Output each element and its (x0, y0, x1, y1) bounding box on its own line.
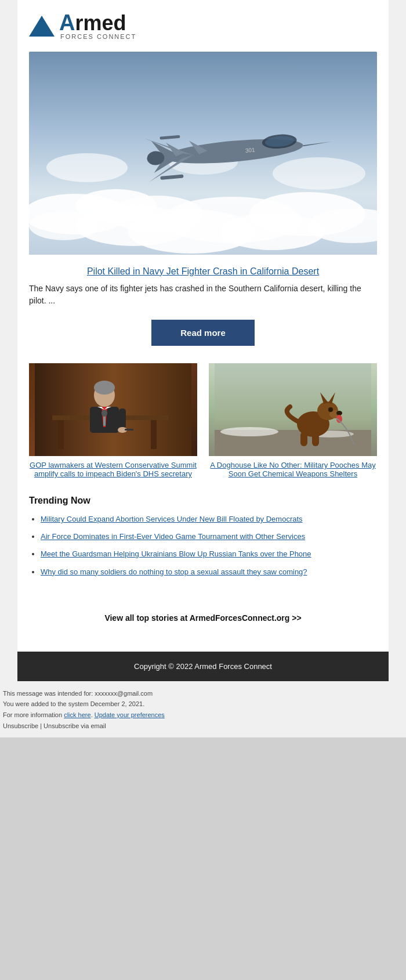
list-item: Why did so many soldiers do nothing to s… (41, 567, 377, 577)
col-right-link[interactable]: A Doghouse Like No Other: Military Pooch… (209, 461, 377, 478)
logo-rmed: rmed (75, 13, 126, 34)
disclaimer-line4: Unsubscribe | Unsubscribe via email (3, 721, 403, 732)
svg-rect-57 (300, 432, 307, 446)
svg-marker-0 (29, 16, 55, 37)
hero-image: 301 (29, 52, 377, 255)
article-title: Pilot Killed in Navy Jet Fighter Crash i… (17, 261, 389, 280)
logo: A rmed FORCES CONNECT (29, 12, 377, 40)
svg-point-13 (273, 157, 365, 190)
svg-point-41 (102, 410, 107, 417)
view-all-link[interactable]: View all top stories at ArmedForcesConne… (104, 613, 301, 623)
trending-section: Trending Now Military Could Expand Abort… (17, 490, 389, 596)
article-title-link[interactable]: Pilot Killed in Navy Jet Fighter Crash i… (87, 266, 319, 276)
disclaimer: This message was intended for: xxxxxxx@g… (0, 681, 406, 737)
svg-rect-42 (119, 408, 126, 429)
col-right: A Doghouse Like No Other: Military Pooch… (203, 363, 377, 478)
copyright-text: Copyright © 2022 Armed Forces Connect (134, 662, 272, 671)
article-excerpt: The Navy says one of its fighter jets ha… (17, 280, 389, 314)
list-item: Military Could Expand Abortion Services … (41, 514, 377, 525)
read-more-button[interactable]: Read more (151, 320, 255, 346)
svg-rect-58 (312, 433, 319, 446)
col-right-image (209, 363, 377, 456)
update-prefs-link[interactable]: Update your preferences (95, 711, 165, 718)
trending-heading: Trending Now (29, 496, 377, 506)
list-item: Meet the Guardsman Helping Ukrainians Bl… (41, 549, 377, 559)
svg-point-47 (220, 427, 278, 436)
svg-rect-33 (151, 420, 157, 449)
svg-point-35 (94, 381, 115, 395)
trending-link-4[interactable]: Why did so many soldiers do nothing to s… (41, 567, 307, 576)
hero-svg: 301 (29, 52, 377, 255)
hero-image-wrapper: 301 (17, 46, 389, 261)
footer-bar: Copyright © 2022 Armed Forces Connect (17, 652, 389, 681)
svg-point-55 (328, 407, 333, 412)
read-more-wrapper: Read more (17, 314, 389, 363)
col-left-link[interactable]: GOP lawmakers at Western Conservative Su… (29, 461, 197, 478)
col-left: GOP lawmakers at Western Conservative Su… (29, 363, 203, 478)
trending-list: Military Could Expand Abortion Services … (29, 514, 377, 577)
col-left-title: GOP lawmakers at Western Conservative Su… (29, 461, 197, 478)
disclaimer-line1: This message was intended for: xxxxxxx@g… (3, 688, 403, 699)
svg-text:301: 301 (245, 147, 255, 154)
svg-point-54 (336, 411, 342, 415)
svg-point-11 (128, 209, 255, 254)
trending-link-3[interactable]: Meet the Guardsman Helping Ukrainians Bl… (41, 549, 311, 558)
svg-point-12 (46, 153, 128, 182)
col-left-svg (29, 363, 197, 456)
view-all-section: View all top stories at ArmedForcesConne… (17, 596, 389, 652)
two-column-section: GOP lawmakers at Western Conservative Su… (17, 363, 389, 490)
disclaimer-line2: You were added to the system December 2,… (3, 699, 403, 710)
logo-triangle-icon (29, 13, 55, 39)
click-here-link[interactable]: click here (64, 711, 90, 718)
svg-rect-32 (58, 420, 64, 449)
logo-a: A (59, 12, 75, 34)
svg-rect-44 (125, 429, 133, 431)
col-right-svg (209, 363, 377, 456)
list-item: Air Force Dominates in First-Ever Video … (41, 531, 377, 542)
col-left-image (29, 363, 197, 456)
logo-icon (29, 13, 55, 39)
logo-subtitle: FORCES CONNECT (60, 34, 136, 40)
disclaimer-line3: For more information click here. Update … (3, 710, 403, 721)
header: A rmed FORCES CONNECT (17, 0, 389, 46)
logo-text: A rmed FORCES CONNECT (59, 12, 136, 40)
trending-link-2[interactable]: Air Force Dominates in First-Ever Video … (41, 532, 305, 541)
trending-link-1[interactable]: Military Could Expand Abortion Services … (41, 515, 303, 523)
col-right-title: A Doghouse Like No Other: Military Pooch… (209, 461, 377, 478)
